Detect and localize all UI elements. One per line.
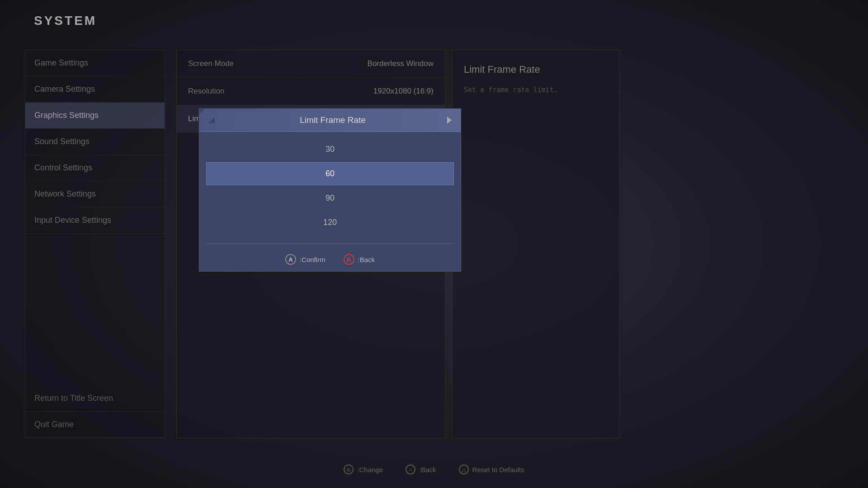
confirm-button[interactable]: A :Confirm [285,254,326,265]
sidebar-item-quit-game[interactable]: Quit Game [25,412,165,438]
bottom-back-icon: ○ [406,465,415,474]
modal-header: Limit Frame Rate [199,109,461,132]
menu-bottom: Return to Title Screen Quit Game [25,385,165,438]
sidebar-item-game-settings[interactable]: Game Settings [25,50,165,76]
modal-title: Limit Frame Rate [300,115,366,125]
limit-frame-rate-modal: Limit Frame Rate 30 60 90 120 A :Confirm… [199,108,461,272]
back-button[interactable]: B :Back [344,254,375,265]
sidebar-item-input-device-settings[interactable]: Input Device Settings [25,207,165,234]
setting-row-screen-mode[interactable]: Screen Mode Borderless Window [177,50,445,78]
system-title: SYSTEM [34,14,97,28]
bottom-back-btn: ○ :Back [406,465,436,474]
bottom-bar: ◎ :Change ○ :Back △ Reset to Defaults [0,465,868,474]
sidebar-item-control-settings[interactable]: Control Settings [25,155,165,181]
sidebar-item-sound-settings[interactable]: Sound Settings [25,129,165,155]
confirm-icon: A [285,254,296,265]
sidebar-item-return-to-title[interactable]: Return to Title Screen [25,385,165,412]
modal-divider [206,244,454,244]
modal-options-list: 30 60 90 120 [199,132,461,240]
help-description: Set a frame rate limit. [464,84,608,95]
setting-row-resolution[interactable]: Resolution 868x488 (16:9) [177,78,445,105]
sidebar-item-network-settings[interactable]: Network Settings [25,181,165,207]
left-menu-panel: Game Settings Camera Settings Graphics S… [25,50,165,438]
modal-header-arrow-icon [447,117,452,124]
modal-footer: A :Confirm B :Back [199,248,461,271]
option-120[interactable]: 120 [206,211,454,234]
sidebar-item-camera-settings[interactable]: Camera Settings [25,76,165,103]
help-title: Limit Frame Rate [464,64,608,75]
sidebar-item-graphics-settings[interactable]: Graphics Settings [25,103,165,129]
change-icon: ◎ [344,465,354,474]
bottom-reset-btn: △ Reset to Defaults [459,465,524,474]
option-60[interactable]: 60 [206,162,454,185]
reset-icon: △ [459,465,469,474]
option-90[interactable]: 90 [206,187,454,210]
option-30[interactable]: 30 [206,138,454,161]
bottom-change-btn: ◎ :Change [344,465,383,474]
back-icon: B [344,254,354,265]
right-help-panel: Limit Frame Rate Set a frame rate limit. [452,50,619,438]
